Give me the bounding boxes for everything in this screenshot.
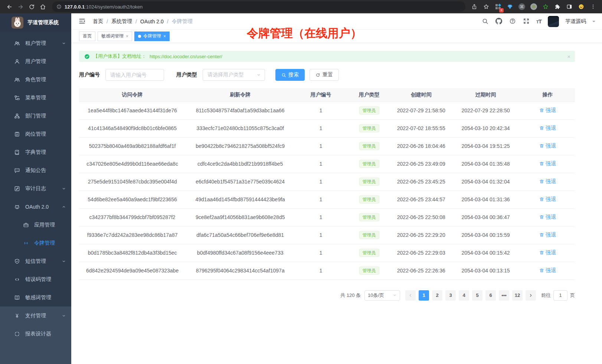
browser-toolbar: 127.0.0.1:1024/system/oauth2/token 9 ⌘ [0, 0, 602, 13]
user-type-cell: 管理员 [347, 208, 391, 226]
user-id-input[interactable] [105, 69, 164, 81]
search-button[interactable]: 搜索 [275, 69, 305, 81]
user-id-cell: 1 [295, 226, 347, 244]
force-logout-button[interactable]: 强退 [539, 143, 556, 149]
sidebar-item-error-code-mgmt[interactable]: 错误码管理 [0, 270, 71, 288]
table-row: f9336e7c7dd242a283ee98dc86b17a87 dfa6c71… [79, 226, 575, 244]
side-panel-icon[interactable] [564, 1, 575, 12]
refresh-icon [315, 73, 320, 77]
column-header: 访问令牌 [79, 88, 186, 102]
created-time-cell: 2022-06-25 23:49:09 [392, 155, 451, 173]
breadcrumb-system-mgmt[interactable]: 系统管理 [111, 18, 132, 25]
share-icon[interactable] [469, 1, 480, 12]
force-logout-button[interactable]: 强退 [539, 267, 556, 274]
sidebar-item-dict-mgmt[interactable]: 字典管理 [0, 143, 71, 161]
doc-alert: 【用户体系】文档地址： https://doc.iocoder.cn/user-… [79, 51, 575, 62]
breadcrumb-oauth2[interactable]: OAuth 2.0 [140, 19, 164, 24]
created-time-cell: 2022-06-25 22:26:36 [392, 262, 451, 279]
force-logout-button[interactable]: 强退 [539, 107, 556, 114]
goto-page-input[interactable] [553, 290, 567, 301]
sidebar-item-sms-mgmt[interactable]: 短信管理 [0, 252, 71, 270]
doc-link[interactable]: https://doc.iocoder.cn/user-center/ [150, 54, 222, 59]
reset-button[interactable]: 重置 [310, 69, 339, 81]
sidebar-item-audit-log[interactable]: 审计日志 [0, 179, 71, 198]
breadcrumb-home[interactable]: 首页 [93, 18, 103, 25]
sidebar-item-oauth2[interactable]: OAuth 2.0 [0, 198, 71, 216]
force-logout-button[interactable]: 强退 [539, 161, 556, 167]
trash-icon [539, 215, 544, 219]
close-icon[interactable]: × [126, 34, 128, 39]
table-row: c342377bf8b344799dcbf7bf095287f2 9ce8ef2… [79, 208, 575, 226]
page-button[interactable]: 1 [419, 290, 429, 301]
force-logout-button[interactable]: 强退 [539, 125, 556, 132]
user-id-cell: 1 [295, 244, 347, 262]
force-logout-button[interactable]: 强退 [539, 249, 556, 256]
browser-back-button[interactable] [4, 1, 15, 12]
user-id-cell: 1 [295, 262, 347, 279]
sidebar-item-sensitive-word-mgmt[interactable]: 敏感词管理 [0, 288, 71, 307]
alert-close-icon[interactable]: × [567, 53, 570, 60]
page-button[interactable]: 2 [432, 290, 442, 301]
page-button[interactable]: 12 [512, 290, 523, 301]
page-button[interactable]: 5 [472, 290, 482, 301]
font-size-icon[interactable]: TT [536, 18, 542, 24]
profile-avatar-icon[interactable] [576, 1, 586, 12]
browser-forward-button[interactable] [15, 1, 26, 12]
github-icon[interactable] [495, 18, 503, 25]
app-logo-row[interactable]: 芋道管理系统 [0, 13, 71, 32]
sidebar-item-report-designer[interactable]: 报表设计器 [0, 325, 71, 343]
star-extension-icon[interactable] [540, 1, 551, 12]
puzzle-extensions-icon[interactable] [552, 1, 563, 12]
sidebar-item-post-mgmt[interactable]: 岗位管理 [0, 125, 71, 143]
action-cell: 强退 [520, 102, 575, 119]
page-button[interactable]: ••• [499, 290, 509, 301]
user-avatar[interactable] [548, 16, 559, 27]
sidebar-item-user-mgmt[interactable]: 用户管理 [0, 52, 71, 70]
force-logout-button[interactable]: 强退 [539, 214, 556, 221]
sidebar: 芋道管理系统 租户管理 用户管理 角色管理 菜单管理 [0, 13, 71, 364]
access-token-cell: 275e5de9151045fe87cbdc395e004f4d [79, 173, 186, 191]
search-icon[interactable] [481, 18, 489, 25]
close-icon[interactable]: × [163, 34, 166, 39]
command-extension-icon[interactable]: ⌘ [517, 1, 527, 12]
page-button[interactable]: 4 [459, 290, 469, 301]
force-logout-button[interactable]: 强退 [539, 178, 556, 185]
recorder-extension-icon[interactable] [529, 1, 539, 12]
grid-extension-icon[interactable]: 9 [493, 1, 503, 12]
page-button[interactable]: 6 [485, 290, 496, 301]
browser-menu-icon[interactable] [588, 1, 598, 12]
bookmark-star-icon[interactable] [481, 1, 491, 12]
fullscreen-icon[interactable] [523, 18, 530, 25]
user-name[interactable]: 芋道源码 [565, 18, 586, 25]
prev-page-button[interactable] [405, 290, 416, 301]
sidebar-item-notice[interactable]: 通知公告 [0, 161, 71, 179]
tag-home[interactable]: 首页 [79, 32, 95, 41]
search-icon [281, 73, 286, 77]
help-icon[interactable] [509, 18, 516, 25]
caret-down-icon[interactable] [592, 21, 595, 24]
browser-home-button[interactable] [37, 1, 48, 12]
next-page-button[interactable] [526, 290, 536, 301]
user-type-cell: 管理员 [347, 191, 391, 208]
page-button[interactable]: 3 [445, 290, 456, 301]
address-bar[interactable]: 127.0.0.1:1024/system/oauth2/token [52, 1, 465, 12]
tag-sensitive-word[interactable]: 敏感词管理 × [98, 32, 132, 41]
sidebar-item-oauth2-app-mgmt[interactable]: 应用管理 [0, 216, 71, 234]
force-logout-button[interactable]: 强退 [539, 196, 556, 203]
robot-icon [14, 204, 20, 210]
page-size-select[interactable]: 10条/页 [364, 290, 400, 301]
sidebar-item-tenant-mgmt[interactable]: 租户管理 [0, 34, 71, 52]
sidebar-item-oauth2-token-mgmt[interactable]: 令牌管理 [0, 234, 71, 252]
force-logout-button[interactable]: 强退 [539, 232, 556, 238]
sidebar-item-menu-mgmt[interactable]: 菜单管理 [0, 89, 71, 107]
app-title: 芋道管理系统 [27, 19, 59, 26]
site-info-icon[interactable] [56, 4, 62, 9]
sidebar-item-role-mgmt[interactable]: 角色管理 [0, 70, 71, 89]
browser-reload-button[interactable] [26, 1, 37, 12]
gem-extension-icon[interactable] [505, 1, 515, 12]
user-type-select[interactable]: 请选择用户类型 [203, 69, 265, 81]
sidebar-fold-icon[interactable] [78, 17, 86, 26]
sidebar-item-pay-mgmt[interactable]: 支付管理 [0, 307, 71, 325]
sidebar-item-dept-mgmt[interactable]: 部门管理 [0, 107, 71, 125]
tag-token-mgmt[interactable]: 令牌管理 × [134, 32, 170, 41]
